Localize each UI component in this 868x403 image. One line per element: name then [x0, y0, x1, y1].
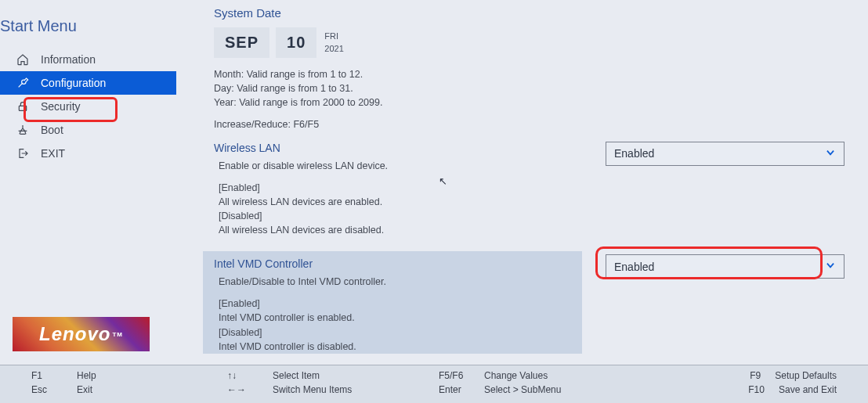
hint-submenu: Select > SubMenu	[484, 384, 561, 395]
boot-icon	[14, 124, 31, 136]
wireless-enabled-label: [Enabled]	[219, 181, 576, 195]
wireless-disabled-label: [Disabled]	[219, 209, 576, 223]
vmd-title: Intel VMD Controller	[214, 257, 571, 270]
sidebar-item-label: Configuration	[41, 77, 106, 89]
key-f5f6: F5/F6	[439, 370, 470, 381]
sidebar-item-label: Boot	[41, 124, 63, 136]
vmd-disabled-text: Intel VMD controller is disabled.	[219, 340, 571, 354]
key-f9: F9	[729, 370, 761, 381]
vmd-select[interactable]: Enabled	[606, 254, 844, 279]
key-esc: Esc	[31, 384, 63, 395]
date-month[interactable]: SEP	[214, 27, 269, 58]
sidebar-item-information[interactable]: Information	[0, 48, 176, 71]
hint-select-item: Select Item	[273, 370, 320, 381]
help-month: Month: Valid range is from 1 to 12.	[214, 67, 844, 81]
vmd-disabled-label: [Disabled]	[219, 326, 571, 340]
vmd-desc: Enable/Disable to Intel VMD controller.	[219, 275, 571, 289]
key-f1: F1	[31, 370, 63, 381]
date-row: SEP 10 FRI 2021	[214, 27, 844, 58]
hint-switch-menu: Switch Menu Items	[273, 384, 352, 395]
help-day: Day: Valid range is from 1 to 31.	[214, 81, 844, 95]
date-day[interactable]: 10	[276, 27, 316, 58]
date-help: Month: Valid range is from 1 to 12. Day:…	[214, 67, 844, 132]
lenovo-logo: LenovoTM	[13, 317, 150, 351]
chevron-down-icon	[825, 260, 836, 273]
system-date-title: System Date	[214, 6, 844, 20]
sidebar-item-label: EXIT	[41, 147, 65, 160]
wireless-select[interactable]: Enabled	[606, 142, 844, 166]
home-icon	[14, 53, 31, 66]
footer: F1Help ↑↓Select Item F5/F6Change Values …	[0, 365, 868, 403]
help-incdec: Increase/Reduce: F6/F5	[214, 117, 844, 131]
wireless-desc: Enable or disable wireless LAN device.	[219, 159, 576, 173]
wrench-icon	[14, 77, 31, 89]
hint-setup-defaults: Setup Defaults	[775, 370, 837, 381]
sidebar-item-exit[interactable]: EXIT	[0, 142, 176, 165]
wireless-select-value: Enabled	[614, 147, 654, 160]
date-side: FRI 2021	[323, 31, 343, 55]
key-f10: F10	[733, 384, 765, 395]
key-enter: Enter	[439, 384, 470, 395]
key-leftright: ←→	[227, 384, 259, 395]
vmd-select-value: Enabled	[614, 261, 654, 273]
wireless-title: Wireless LAN	[214, 142, 576, 154]
hint-help: Help	[77, 370, 96, 381]
hint-exit: Exit	[77, 384, 92, 395]
hint-save-exit: Save and Exit	[779, 384, 837, 395]
vmd-section: Intel VMD Controller Enable/Disable to I…	[203, 251, 582, 354]
wireless-enabled-text: All wireless LAN devices are enabled.	[219, 195, 576, 209]
sidebar-item-boot[interactable]: Boot	[0, 118, 176, 142]
chevron-down-icon	[825, 147, 836, 160]
date-weekday: FRI	[324, 31, 343, 42]
vmd-enabled-label: [Enabled]	[219, 297, 571, 311]
exit-icon	[14, 147, 31, 160]
key-updown: ↑↓	[227, 370, 259, 381]
vmd-enabled-text: Intel VMD controller is enabled.	[219, 311, 571, 325]
wireless-disabled-text: All wireless LAN devices are disabled.	[219, 223, 576, 237]
sidebar: Start Menu Information Configuration Sec…	[0, 0, 176, 354]
content: System Date SEP 10 FRI 2021 Month: Valid…	[176, 0, 868, 354]
help-year: Year: Valid range is from 2000 to 2099.	[214, 95, 844, 110]
sidebar-item-security[interactable]: Security	[0, 95, 176, 118]
date-year: 2021	[324, 43, 343, 55]
lock-icon	[14, 100, 31, 113]
svg-rect-0	[19, 106, 26, 110]
wireless-section: Wireless LAN Enable or disable wireless …	[214, 142, 582, 238]
hint-change-values: Change Values	[484, 370, 548, 381]
sidebar-item-label: Security	[41, 100, 81, 113]
sidebar-item-configuration[interactable]: Configuration	[0, 71, 176, 95]
sidebar-title: Start Menu	[0, 0, 176, 48]
sidebar-item-label: Information	[41, 53, 96, 66]
